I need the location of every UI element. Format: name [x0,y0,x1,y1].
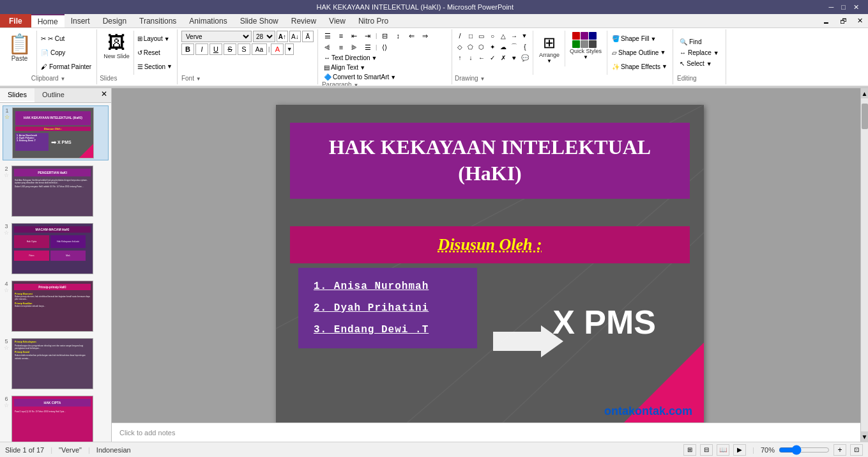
font-size-select[interactable]: 28 [253,31,275,42]
close-panel-btn[interactable]: ✕ [97,88,111,102]
column-btn[interactable]: ⊟ [379,31,390,41]
strikethrough-button[interactable]: S [224,43,236,55]
slide-thumb-2[interactable]: PENGERTIAN HaKI Hak Atas Kekayaan Intele… [11,166,93,217]
transitions-tab[interactable]: Transitions [133,14,183,27]
design-tab[interactable]: Design [96,14,133,27]
slideshow-tab[interactable]: Slide Show [234,14,285,27]
find-button[interactable]: 🔍 Find [677,37,722,47]
shape-rounded-rect[interactable]: ▭ [476,31,487,41]
nitro-tab[interactable]: Nitro Pro [352,14,395,27]
maximize-btn[interactable]: □ [837,3,849,11]
slide-item[interactable]: 1 ☆ HAK KEKAYAAN INTELEKTUAL (HaKI) Disu… [3,105,109,160]
increase-indent-button[interactable]: ⇥ [362,31,374,41]
zoom-in-btn[interactable]: + [834,444,846,456]
normal-view-btn[interactable]: ⊞ [683,444,696,456]
slide-item[interactable]: 2 ☆ PENGERTIAN HaKI Hak Atas Kekayaan In… [3,164,109,218]
justify-button[interactable]: ☰ [362,42,374,52]
shape-dropdown-button[interactable]: ▼ [520,31,529,41]
shape-rect[interactable]: □ [466,31,476,41]
change-case-button[interactable]: Aa [252,43,267,55]
shape-left-arrow[interactable]: ← [476,52,487,63]
cut-button[interactable]: ✂ ✂ Cut [38,35,94,43]
underline-button[interactable]: U [209,43,222,55]
shape-heart[interactable]: ♥ [509,52,519,63]
new-slide-button[interactable]: 🖼 New Slide [100,31,134,75]
scroll-up-btn[interactable]: ▲ [861,88,868,98]
line-spacing-button[interactable]: ↕ [392,31,404,41]
close-btn[interactable]: ✕ [849,3,863,12]
increase-font-size-button[interactable]: A↑ [277,31,288,42]
slide-thumb-5[interactable]: Prinsip Kebudayaan Perkembangan ilmu pen… [11,338,93,389]
clipboard-expander[interactable]: ▼ [60,76,65,82]
slide-canvas[interactable]: HAK KEKAYAAN INTELEKTUAL (HaKI) Disusun … [276,105,704,426]
shape-callout[interactable]: 💬 [520,52,530,63]
format-painter-button[interactable]: 🖌 Format Painter [38,63,94,71]
align-center-button[interactable]: ≡ [335,42,347,52]
slide-subtitle-box[interactable]: Disusun Oleh : [290,226,690,263]
shape-down-arrow[interactable]: ↓ [466,52,476,63]
scroll-thumb[interactable] [862,104,868,129]
smartart-btn[interactable]: ⟨⟩ [379,42,390,52]
align-text-button[interactable]: ▤ Align Text ▼ [322,63,367,72]
slide-thumb-3[interactable]: MACAM-MACAM HaKI Hak Cipta Hak Kekayaan … [11,223,93,274]
slide-thumb-1[interactable]: HAK KEKAYAAN INTELEKTUAL (HaKI) Disusun … [12,107,94,159]
align-left-button[interactable]: ⫷ [322,42,333,52]
slide-names-box[interactable]: 1. Anisa Nurohmah 2. Dyah Prihatini 3. E… [298,268,477,348]
shape-right-arrow[interactable]: → [509,31,519,41]
home-tab[interactable]: Home [31,14,65,27]
fit-slide-btn[interactable]: ⊡ [850,444,863,456]
font-color-button[interactable]: A [271,43,284,55]
copy-button[interactable]: 📄 Copy [38,49,94,57]
shape-star[interactable]: ✦ [487,42,498,52]
layout-button[interactable]: ⊞ Layout ▼ [135,35,174,43]
shape-outline-button[interactable]: ▱ Shape Outline ▼ [609,49,670,57]
bullet-list-button[interactable]: ☰ [322,31,333,41]
shape-triangle[interactable]: △ [498,31,508,41]
shape-cross[interactable]: ✗ [498,52,508,63]
replace-button[interactable]: ↔ Replace ▼ [677,48,722,58]
shape-hexagon[interactable]: ⬡ [476,42,487,52]
text-direction-button[interactable]: ↔ Text Direction ▼ [322,54,379,62]
window-control-close[interactable]: ✕ [852,14,868,27]
shape-cloud[interactable]: ☁ [498,42,508,52]
vertical-scrollbar[interactable]: ▲ ▼ [860,88,868,442]
view-tab[interactable]: View [323,14,352,27]
window-control-min[interactable]: 🗕 [818,14,835,27]
slide-thumb-6[interactable]: HAK CIPTA Pasal 1 ayat (1) UU No. 19 Tah… [11,396,93,442]
shape-oval[interactable]: ○ [487,31,498,41]
shape-line[interactable]: / [455,31,465,41]
shape-curve[interactable]: ⌒ [509,42,519,52]
window-control-max[interactable]: 🗗 [835,14,852,27]
shape-checkmark[interactable]: ✓ [487,52,498,63]
text-shadow-button[interactable]: S [238,43,250,55]
convert-smartart-button[interactable]: 🔷 Convert to SmartArt ▼ [322,73,398,81]
font-expander[interactable]: ▼ [196,76,201,82]
left-to-right-button[interactable]: ⇒ [419,31,430,41]
quick-styles-button[interactable]: Quick Styles ▼ [567,31,604,61]
shape-pentagon[interactable]: ⬠ [466,42,476,52]
shape-effects-button[interactable]: ✨ Shape Effects ▼ [609,63,670,71]
slidesorter-view-btn[interactable]: ⊟ [700,444,713,456]
slide-title-box[interactable]: HAK KEKAYAAN INTELEKTUAL (HaKI) [290,123,690,199]
slide-thumb-4[interactable]: Prinsip-prinsip HaKI Prinsip Ekonomi Dal… [11,281,93,332]
slide-item[interactable]: 3 ☆ MACAM-MACAM HaKI Hak Cipta Hak Kekay… [3,222,109,275]
slides-tab[interactable]: Slides [0,88,34,102]
slide-item[interactable]: 4 ☆ Prinsip-prinsip HaKI Prinsip Ekonomi… [3,279,109,333]
numbered-list-button[interactable]: ≡ [335,31,347,41]
paragraph-expander[interactable]: ▼ [353,82,358,87]
select-button[interactable]: ↖ Select ▼ [677,59,722,68]
slide-item[interactable]: 5 ☆ Prinsip Kebudayaan Perkembangan ilmu… [3,337,109,391]
minimize-btn[interactable]: ─ [825,3,838,11]
outline-tab[interactable]: Outline [34,88,72,102]
animations-tab[interactable]: Animations [183,14,233,27]
shape-up-arrow[interactable]: ↑ [455,52,465,63]
decrease-font-size-button[interactable]: A↓ [289,31,301,42]
shape-fill-button[interactable]: 🪣 Shape Fill ▼ [609,35,670,43]
insert-tab[interactable]: Insert [65,14,96,27]
zoom-slider[interactable] [779,446,830,454]
review-tab[interactable]: Review [285,14,323,27]
scroll-down-btn[interactable]: ▼ [861,431,868,442]
shape-diamond[interactable]: ◇ [455,42,465,52]
bold-button[interactable]: B [181,43,194,55]
shape-brace[interactable]: { [520,42,530,52]
